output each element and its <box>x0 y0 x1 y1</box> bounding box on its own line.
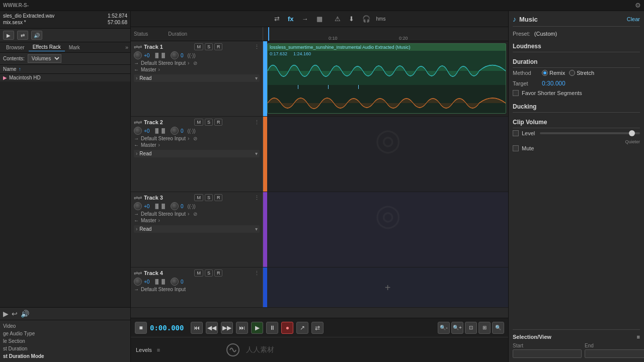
track-4-options[interactable]: ⋮ <box>254 270 260 277</box>
remix-radio[interactable]: Remix <box>542 70 565 76</box>
track-4-gain-knob[interactable] <box>134 278 142 286</box>
transport-rewind-btn[interactable]: ◀◀ <box>206 322 218 334</box>
left-play-button[interactable]: ▶ <box>3 31 14 40</box>
level-slider[interactable] <box>540 132 640 134</box>
track-3-s-btn[interactable]: S <box>205 194 213 201</box>
track-1-read-row[interactable]: › Read ▾ <box>134 74 260 82</box>
start-input[interactable] <box>513 349 582 358</box>
end-input[interactable] <box>585 349 644 358</box>
left-transport-play[interactable]: ▶ <box>3 310 9 318</box>
track-2-s-btn[interactable]: S <box>205 119 213 126</box>
contents-select[interactable]: Volumes <box>28 54 61 63</box>
zoom-sel-btn[interactable]: ⊞ <box>478 322 491 334</box>
track-4-m-btn[interactable]: M <box>194 269 203 277</box>
levels-menu-icon[interactable]: ≡ <box>157 347 160 353</box>
add-track-icon[interactable]: + <box>385 282 391 293</box>
stretch-radio[interactable]: Stretch <box>569 70 594 76</box>
track-3-vol-knob[interactable] <box>171 202 179 210</box>
transport-stop-btn[interactable]: ■ <box>135 322 147 334</box>
tab-more-btn[interactable]: » <box>125 44 128 50</box>
left-file-item-macintosh[interactable]: ▶ Macintosh HD <box>0 74 130 81</box>
track-3-input-arrow[interactable]: › <box>188 211 189 217</box>
track-1-vol-knob[interactable] <box>171 51 179 59</box>
track-2-read-row[interactable]: › Read ▾ <box>134 150 260 157</box>
track-3-gain-knob[interactable] <box>134 202 142 210</box>
zoom-in-btn[interactable]: 🔍+ <box>451 322 463 334</box>
track-1-read-dropdown[interactable]: ▾ <box>255 75 258 81</box>
track-3-read-dropdown[interactable]: ▾ <box>255 226 258 232</box>
track-3-phase-icon[interactable]: ⊘ <box>193 211 197 217</box>
prop-video[interactable]: Video <box>3 322 127 330</box>
bar-tool[interactable]: ▦ <box>314 14 325 24</box>
fx-label[interactable]: fx <box>286 14 296 24</box>
track-2-vol-knob[interactable] <box>171 127 179 135</box>
transport-pause-btn[interactable]: ⏸ <box>266 322 278 334</box>
prop-duration[interactable]: st Duration <box>3 345 127 352</box>
tab-effects-rack[interactable]: Effects Rack <box>29 43 65 51</box>
track-2-input[interactable]: Default Stereo Input <box>141 136 186 141</box>
transport-export-btn[interactable]: ↗ <box>296 322 308 334</box>
warn-icon[interactable]: ⚠ <box>333 14 343 24</box>
gear-icon-btn[interactable]: ⚙ <box>635 2 641 9</box>
sort-arrow-icon[interactable]: ↑ <box>19 66 21 72</box>
left-shuffle-button[interactable]: ⇄ <box>17 31 28 40</box>
track-3-input[interactable]: Default Stereo Input <box>141 211 186 217</box>
track-2-r-btn[interactable]: R <box>214 119 223 126</box>
transport-forward-btn[interactable]: ▶▶ <box>221 322 233 334</box>
track-1-input[interactable]: Default Stereo Input <box>141 60 186 66</box>
left-transport-vol[interactable]: 🔊 <box>21 310 29 318</box>
zoom-out-btn[interactable]: 🔍- <box>438 322 450 334</box>
level-slider-thumb[interactable] <box>629 130 635 136</box>
track-4-vol-knob[interactable] <box>171 278 179 286</box>
track-3-m-btn[interactable]: M <box>194 194 203 201</box>
track-3-output[interactable]: Master <box>141 218 156 223</box>
track-2-gain-knob[interactable] <box>134 127 142 135</box>
favor-shorter-checkbox[interactable] <box>513 90 519 96</box>
transport-to-start-btn[interactable]: ⏮ <box>191 322 203 334</box>
track-2-output[interactable]: Master <box>141 142 156 148</box>
prop-duration-mode[interactable]: st Duration Mode <box>3 352 127 360</box>
track-2-read-dropdown[interactable]: ▾ <box>255 151 258 156</box>
track-4-s-btn[interactable]: S <box>205 269 213 277</box>
track-2-m-btn[interactable]: M <box>194 119 203 126</box>
level-checkbox[interactable] <box>513 130 519 136</box>
track-2-input-arrow[interactable]: › <box>188 136 189 141</box>
track-3-read-row[interactable]: › Read ▾ <box>134 225 260 233</box>
track-3-r-btn[interactable]: R <box>214 194 223 201</box>
left-transport-skip[interactable]: ↩ <box>12 310 18 318</box>
track-1-s-btn[interactable]: S <box>205 43 213 50</box>
down-icon[interactable]: ⬇ <box>347 14 356 24</box>
track-1-output[interactable]: Master <box>141 67 156 72</box>
tab-mark[interactable]: Mark <box>65 44 84 51</box>
track-3-options[interactable]: ⋮ <box>254 195 260 201</box>
arrow-tool[interactable]: → <box>300 14 310 24</box>
transport-loop-btn[interactable]: ⇄ <box>311 322 324 334</box>
track-3-output-arrow[interactable]: › <box>158 218 160 223</box>
track-4-r-btn[interactable]: R <box>214 269 223 277</box>
track-2-output-arrow[interactable]: › <box>158 142 160 148</box>
track-1-m-btn[interactable]: M <box>194 43 203 50</box>
track-1-r-btn[interactable]: R <box>214 43 223 50</box>
tab-browser[interactable]: Browser <box>2 44 29 51</box>
remix-icon[interactable]: ⇄ <box>272 14 282 24</box>
prop-section[interactable]: le Section <box>3 337 127 345</box>
prop-audio-type[interactable]: ge Audio Type <box>3 330 127 337</box>
headphones-icon[interactable]: 🎧 <box>360 14 372 24</box>
track-1-gain-knob[interactable] <box>134 51 142 59</box>
clear-button[interactable]: Clear <box>627 16 640 22</box>
track-2-phase-icon[interactable]: ⊘ <box>193 136 197 141</box>
track-1-input-arrow[interactable]: › <box>188 60 189 66</box>
left-speaker-button[interactable]: 🔊 <box>31 31 42 40</box>
mute-checkbox[interactable] <box>513 145 519 151</box>
transport-record-btn[interactable]: ● <box>281 322 293 334</box>
target-value[interactable]: 0:30.000 <box>542 80 566 87</box>
zoom-fit-btn[interactable]: ⊡ <box>465 322 477 334</box>
track-1-output-arrow[interactable]: › <box>158 67 160 72</box>
audio-clip-1[interactable]: lossless_summertime_sunshine_Instrumenta… <box>267 43 506 114</box>
track-4-input[interactable]: Default Stereo Input <box>141 287 186 292</box>
track-1-options[interactable]: ⋮ <box>254 44 260 50</box>
transport-play-btn[interactable]: ▶ <box>251 322 263 334</box>
zoom-full-btn[interactable]: 🔍 <box>492 322 504 334</box>
track-2-options[interactable]: ⋮ <box>254 119 260 126</box>
selection-menu-icon[interactable]: ≡ <box>637 334 640 340</box>
